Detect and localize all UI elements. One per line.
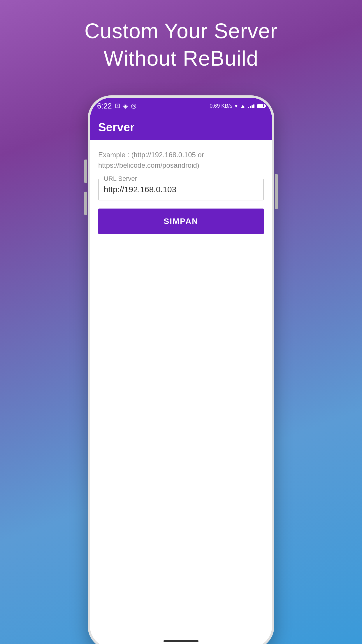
app-bar: Server xyxy=(90,114,272,140)
example-text: Example : (http://192.168.0.105 or https… xyxy=(98,150,264,171)
volume-up-button xyxy=(84,160,87,183)
volume-down-button xyxy=(84,192,87,215)
home-indicator xyxy=(164,640,198,642)
phone-frame: 6:22 ⊡ ◈ ◎ 0.69 KB/s ▾ ▲ xyxy=(88,95,274,644)
app-bar-title: Server xyxy=(98,121,135,134)
status-right: 0.69 KB/s ▾ ▲ xyxy=(210,102,265,109)
url-server-input-group: URL Server xyxy=(98,179,264,200)
status-time: 6:22 xyxy=(97,102,112,111)
power-button xyxy=(275,174,278,209)
status-left: 6:22 ⊡ ◈ ◎ xyxy=(97,102,136,111)
page-title: Custom Your Server Without ReBuild xyxy=(85,18,277,72)
phone-screen: 6:22 ⊡ ◈ ◎ 0.69 KB/s ▾ ▲ xyxy=(90,98,272,644)
status-bar: 6:22 ⊡ ◈ ◎ 0.69 KB/s ▾ ▲ xyxy=(90,98,272,114)
phone-mockup: 6:22 ⊡ ◈ ◎ 0.69 KB/s ▾ ▲ xyxy=(88,95,274,644)
url-server-label: URL Server xyxy=(102,175,139,183)
wifi-signal-icon: ▲ xyxy=(240,103,246,109)
battery-icon xyxy=(257,104,265,108)
notification-icon-3: ◎ xyxy=(131,102,136,110)
data-speed: 0.69 KB/s xyxy=(210,103,232,109)
wifi-icon: ▾ xyxy=(235,102,238,109)
notification-icon-2: ◈ xyxy=(123,102,128,110)
simpan-button[interactable]: SIMPAN xyxy=(98,209,264,234)
signal-bars-icon xyxy=(248,104,254,108)
notification-icon-1: ⊡ xyxy=(115,102,120,110)
title-line2: Without ReBuild xyxy=(103,47,258,70)
content-area: Example : (http://192.168.0.105 or https… xyxy=(90,140,272,644)
title-line1: Custom Your Server xyxy=(85,19,277,43)
